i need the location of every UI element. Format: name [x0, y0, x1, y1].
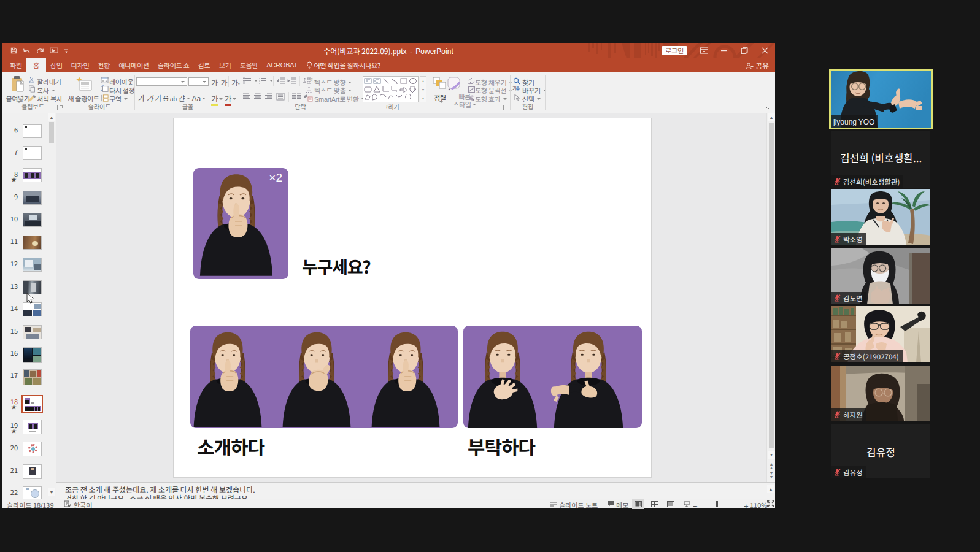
svg-text:가: 가: [512, 85, 517, 91]
svg-text:가: 가: [310, 77, 313, 83]
